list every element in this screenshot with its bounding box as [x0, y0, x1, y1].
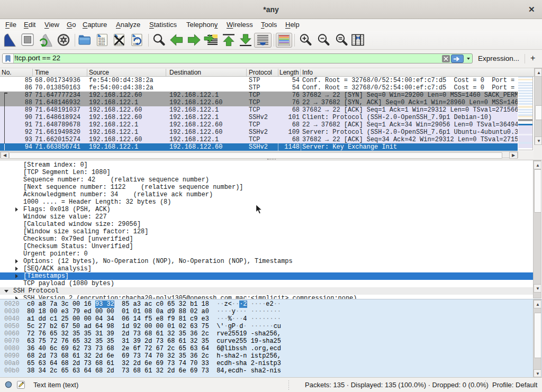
svg-text:0011: 0011 [98, 43, 105, 46]
